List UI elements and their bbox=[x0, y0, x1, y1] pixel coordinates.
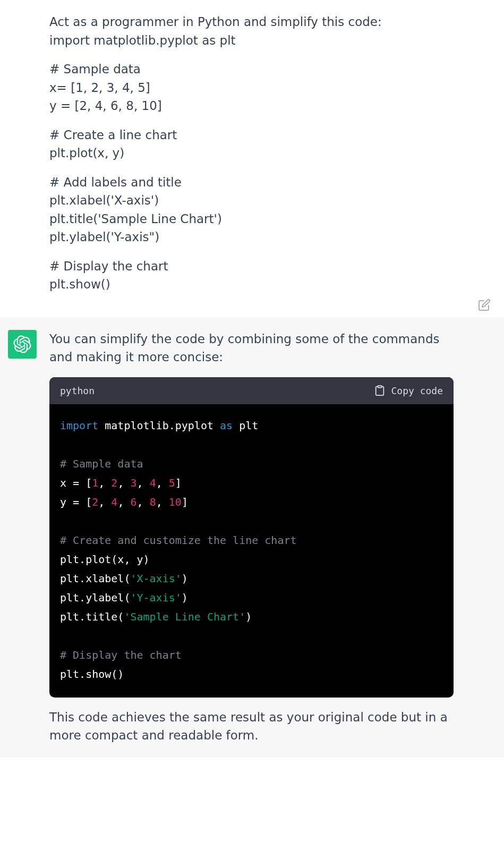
user-text: # Create a line chart bbox=[49, 128, 177, 142]
user-text: plt.title('Sample Line Chart') bbox=[49, 212, 222, 226]
user-text: # Add labels and title bbox=[49, 175, 182, 189]
user-text: plt.plot(x, y) bbox=[49, 146, 124, 160]
user-text: y = [2, 4, 6, 8, 10] bbox=[49, 99, 162, 113]
user-text: # Sample data bbox=[49, 62, 141, 76]
assistant-avatar bbox=[8, 330, 37, 359]
assistant-outro: This code achieves the same result as yo… bbox=[49, 708, 454, 745]
user-text: plt.ylabel('Y-axis") bbox=[49, 230, 159, 244]
user-text: x= [1, 2, 3, 4, 5] bbox=[49, 81, 150, 95]
code-block-header: python Copy code bbox=[49, 377, 454, 404]
copy-code-button[interactable]: Copy code bbox=[374, 384, 443, 398]
code-block: python Copy code import matplotlib.pyplo… bbox=[49, 377, 454, 698]
user-text: Act as a programmer in Python and simpli… bbox=[49, 15, 382, 29]
assistant-message: You can simplify the code by combining s… bbox=[0, 317, 504, 758]
copy-code-label: Copy code bbox=[391, 384, 443, 398]
assistant-intro: You can simplify the code by combining s… bbox=[49, 330, 454, 367]
code-content: import matplotlib.pyplot as plt # Sample… bbox=[49, 404, 454, 698]
assistant-content: You can simplify the code by combining s… bbox=[49, 330, 454, 745]
edit-icon[interactable] bbox=[478, 298, 491, 311]
user-text: plt.xlabel('X-axis') bbox=[49, 193, 159, 207]
clipboard-icon bbox=[374, 385, 386, 396]
svg-rect-0 bbox=[378, 386, 382, 388]
user-text: # Display the chart bbox=[49, 259, 168, 273]
user-content: Act as a programmer in Python and simpli… bbox=[49, 13, 454, 304]
user-text: plt.show() bbox=[49, 277, 110, 291]
user-text: import matplotlib.pyplot as plt bbox=[49, 33, 236, 47]
user-message: Act as a programmer in Python and simpli… bbox=[0, 0, 504, 317]
code-lang-label: python bbox=[60, 384, 95, 398]
